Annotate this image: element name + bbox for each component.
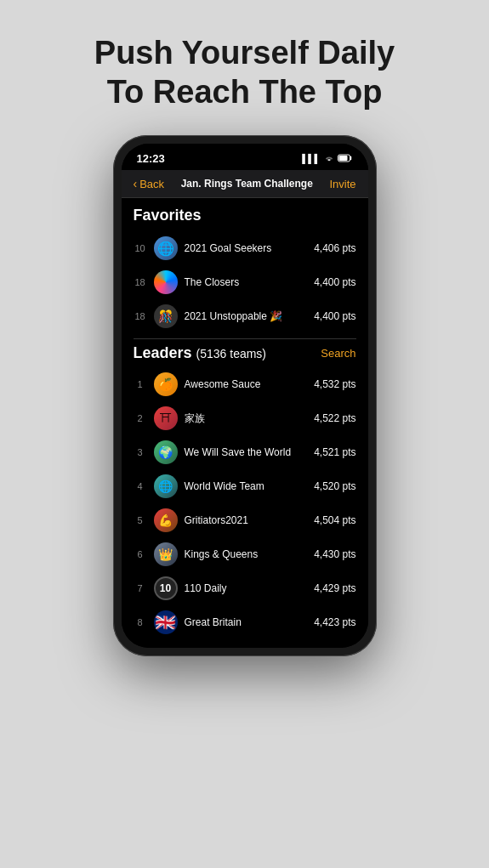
list-item: 18 The Closers 4,400 pts	[134, 265, 356, 299]
status-bar: 12:23 ▌▌▌	[122, 144, 368, 170]
list-item: 10 🌐 2021 Goal Seekers 4,406 pts	[134, 231, 356, 265]
rank-label: 4	[134, 481, 147, 491]
list-item: 1 🍊 Awesome Sauce 4,532 pts	[134, 367, 356, 401]
team-pts: 4,532 pts	[314, 378, 355, 390]
list-item: 8 🇬🇧 Great Britain 4,423 pts	[134, 605, 356, 639]
team-name: The Closers	[185, 276, 308, 288]
svg-rect-1	[338, 156, 347, 161]
nav-title: Jan. Rings Team Challenge	[181, 178, 313, 190]
team-name: 2021 Goal Seekers	[185, 242, 308, 254]
team-name: 2021 Unstoppable 🎉	[185, 310, 308, 322]
team-name: 110 Daily	[185, 582, 308, 594]
rank-label: 3	[134, 447, 147, 457]
headline-line2: To Reach The Top	[107, 74, 383, 110]
nav-bar: ‹ Back Jan. Rings Team Challenge Invite	[122, 170, 368, 198]
rank-label: 18	[134, 277, 147, 287]
team-name: 家族	[185, 411, 308, 426]
back-button[interactable]: ‹ Back	[134, 177, 165, 190]
headline: Push Yourself Daily To Reach The Top	[69, 34, 420, 111]
team-pts: 4,429 pts	[314, 582, 355, 594]
avatar: 🌐	[154, 236, 178, 260]
signal-icon: ▌▌▌	[302, 154, 320, 163]
invite-button[interactable]: Invite	[329, 178, 355, 190]
avatar: 💪	[154, 508, 178, 532]
team-pts: 4,430 pts	[314, 548, 355, 560]
phone-device: 12:23 ▌▌▌	[113, 135, 377, 656]
list-item: 3 🌍 We Will Save the World 4,521 pts	[134, 435, 356, 469]
team-name: Gritiators2021	[185, 514, 308, 526]
headline-line1: Push Yourself Daily	[94, 35, 395, 71]
main-content: Favorites 10 🌐 2021 Goal Seekers 4,406 p…	[122, 198, 368, 648]
rank-label: 10	[134, 243, 147, 253]
avatar: 10	[154, 576, 178, 600]
rank-label: 2	[134, 413, 147, 423]
list-item: 2 ⛩ 家族 4,522 pts	[134, 401, 356, 435]
avatar: 🎊	[154, 304, 178, 328]
favorites-title: Favorites	[134, 207, 356, 224]
avatar: 🇬🇧	[154, 610, 178, 634]
search-button[interactable]: Search	[321, 347, 355, 360]
list-item: 7 10 110 Daily 4,429 pts	[134, 571, 356, 605]
team-pts: 4,400 pts	[314, 276, 355, 288]
status-icons: ▌▌▌	[302, 154, 352, 164]
wifi-icon	[324, 154, 334, 164]
team-pts: 4,504 pts	[314, 514, 355, 526]
avatar: 🍊	[154, 372, 178, 396]
team-name: Great Britain	[185, 616, 308, 628]
team-name: Awesome Sauce	[185, 378, 308, 390]
team-pts: 4,520 pts	[314, 480, 355, 492]
team-pts: 4,406 pts	[314, 242, 355, 254]
rank-label: 7	[134, 583, 147, 593]
rank-label: 8	[134, 617, 147, 627]
list-item: 6 👑 Kings & Queens 4,430 pts	[134, 537, 356, 571]
back-chevron-icon: ‹	[134, 177, 138, 190]
avatar: ⛩	[154, 406, 178, 430]
team-name: We Will Save the World	[185, 446, 308, 458]
rank-label: 5	[134, 515, 147, 525]
leaders-title: Leaders (5136 teams)	[134, 344, 267, 362]
list-item: 5 💪 Gritiators2021 4,504 pts	[134, 503, 356, 537]
team-pts: 4,400 pts	[314, 310, 355, 322]
rank-label: 6	[134, 549, 147, 559]
notch	[202, 144, 287, 162]
team-name: Kings & Queens	[185, 548, 308, 560]
leaders-header: Leaders (5136 teams) Search	[134, 344, 356, 362]
battery-icon	[338, 154, 353, 164]
list-item: 18 🎊 2021 Unstoppable 🎉 4,400 pts	[134, 299, 356, 333]
team-pts: 4,521 pts	[314, 446, 355, 458]
status-time: 12:23	[137, 152, 165, 165]
team-pts: 4,522 pts	[314, 412, 355, 424]
back-label: Back	[139, 178, 164, 190]
phone-screen: 12:23 ▌▌▌	[122, 144, 368, 648]
list-item: 4 🌐 World Wide Team 4,520 pts	[134, 469, 356, 503]
team-pts: 4,423 pts	[314, 616, 355, 628]
avatar: 🌐	[154, 474, 178, 498]
avatar: 👑	[154, 542, 178, 566]
rank-label: 18	[134, 311, 147, 321]
avatar	[154, 270, 178, 294]
avatar: 🌍	[154, 440, 178, 464]
section-divider	[134, 338, 356, 339]
team-name: World Wide Team	[185, 480, 308, 492]
rank-label: 1	[134, 379, 147, 389]
